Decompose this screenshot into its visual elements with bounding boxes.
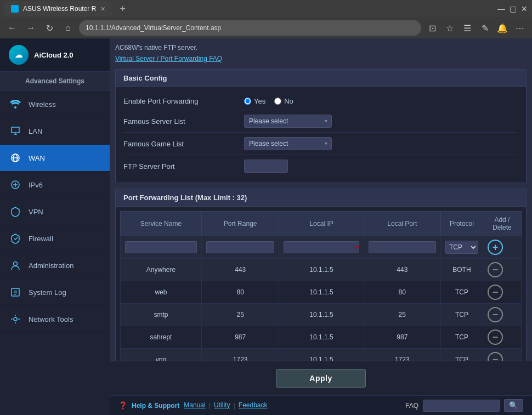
help-support-link[interactable]: Help & Support bbox=[132, 402, 179, 410]
aicloud-icon: ☁ bbox=[9, 45, 29, 65]
sidebar-item-system-log[interactable]: System Log bbox=[0, 279, 110, 306]
home-button[interactable]: ⌂ bbox=[60, 20, 76, 36]
sidebar-item-lan[interactable]: LAN bbox=[0, 118, 110, 145]
footer-search-button[interactable]: 🔍 bbox=[504, 399, 523, 412]
cast-button[interactable]: ⊡ bbox=[425, 20, 440, 36]
remove-row-button[interactable]: − bbox=[488, 329, 503, 345]
radio-no-text: No bbox=[284, 97, 293, 105]
footer: ❓ Help & Support Manual | Utility | Feed… bbox=[110, 395, 532, 415]
enable-port-forwarding-row: Enable Port Forwarding Yes No bbox=[123, 93, 518, 110]
apply-button[interactable]: Apply bbox=[276, 369, 365, 388]
sidebar-item-label-wan: WAN bbox=[29, 154, 45, 162]
row-action: − bbox=[483, 349, 521, 361]
menu-button[interactable]: ☰ bbox=[460, 20, 475, 36]
new-tab-button[interactable]: + bbox=[115, 3, 130, 15]
back-button[interactable]: ← bbox=[4, 20, 20, 36]
firewall-icon bbox=[9, 232, 22, 245]
content-wrapper: AC68W's native FTP server. Virtual Serve… bbox=[110, 38, 532, 415]
edit-button[interactable]: ✎ bbox=[477, 20, 493, 36]
famous-server-select-wrapper: Please select bbox=[244, 115, 332, 128]
famous-server-select[interactable]: Please select bbox=[244, 115, 332, 128]
row-service: web bbox=[121, 281, 202, 304]
faq-label: FAQ bbox=[405, 402, 418, 410]
refresh-button[interactable]: ↻ bbox=[42, 20, 57, 36]
row-local-ip: 10.1.1.5 bbox=[279, 349, 364, 361]
enable-port-forwarding-label: Enable Port Forwarding bbox=[123, 97, 244, 105]
row-port-range: 987 bbox=[201, 326, 279, 349]
row-local-port: 987 bbox=[364, 326, 440, 349]
browser-chrome: ASUS Wireless Router R ✕ + — ▢ ✕ ← → ↻ ⌂… bbox=[0, 0, 532, 38]
minimize-button[interactable]: — bbox=[497, 4, 505, 13]
ftp-server-port-label: FTP Server Port bbox=[123, 162, 244, 170]
basic-config-header: Basic Config bbox=[116, 70, 526, 87]
sidebar-item-wireless[interactable]: Wireless bbox=[0, 91, 110, 118]
radio-yes-input[interactable] bbox=[244, 98, 251, 105]
sidebar-item-label-firewall: Firewall bbox=[29, 235, 53, 243]
row-local-ip: 10.1.1.5 bbox=[279, 281, 364, 304]
footer-search-input[interactable] bbox=[423, 400, 500, 412]
famous-game-select[interactable]: Please select bbox=[244, 137, 332, 150]
tab-close-button[interactable]: ✕ bbox=[100, 5, 105, 13]
add-row-button[interactable]: + bbox=[488, 240, 503, 255]
sidebar-item-ipv6[interactable]: IPv6 bbox=[0, 172, 110, 198]
sidebar-item-network-tools[interactable]: Network Tools bbox=[0, 306, 110, 333]
address-bar[interactable]: 10.1.1.1/Advanced_VirtualServer_Content.… bbox=[79, 20, 421, 36]
bookmark-button[interactable]: ☆ bbox=[442, 20, 457, 36]
footer-links: Manual | Utility | Feedback bbox=[184, 401, 267, 410]
row-action: − bbox=[483, 281, 521, 304]
port-forwarding-table: Service Name Port Range Local IP Local P… bbox=[120, 211, 522, 361]
new-port-range-input[interactable] bbox=[206, 241, 275, 253]
port-forwarding-header: Port Forwarding List (Max Limit : 32) bbox=[116, 189, 526, 207]
manual-link[interactable]: Manual bbox=[184, 401, 205, 410]
new-protocol-select[interactable]: TCP UDP BOTH bbox=[445, 241, 478, 254]
ftp-server-port-control: 2021 bbox=[244, 160, 518, 173]
maximize-button[interactable]: ▢ bbox=[510, 4, 517, 13]
content-area: AC68W's native FTP server. Virtual Serve… bbox=[110, 38, 532, 361]
radio-no-label[interactable]: No bbox=[274, 97, 293, 105]
new-local-ip-input[interactable] bbox=[284, 241, 359, 253]
close-button[interactable]: ✕ bbox=[521, 4, 528, 13]
sidebar-item-wan[interactable]: WAN bbox=[0, 145, 110, 172]
browser-titlebar: ASUS Wireless Router R ✕ + — ▢ ✕ bbox=[0, 0, 532, 18]
new-local-port-input[interactable] bbox=[369, 241, 436, 253]
port-forwarding-body: Service Name Port Range Local IP Local P… bbox=[116, 207, 526, 361]
famous-game-control: Please select bbox=[244, 137, 518, 150]
intro-text: AC68W's native FTP server. bbox=[115, 44, 527, 52]
tab-title: ASUS Wireless Router R bbox=[23, 5, 96, 13]
col-local-port: Local Port bbox=[364, 212, 440, 236]
remove-row-button[interactable]: − bbox=[488, 262, 503, 277]
browser-navbar: ← → ↻ ⌂ 10.1.1.1/Advanced_VirtualServer_… bbox=[0, 18, 532, 38]
row-service: vpn bbox=[121, 349, 202, 361]
row-protocol: TCP bbox=[440, 326, 483, 349]
add-row-port-range bbox=[201, 236, 279, 259]
row-port-range: 443 bbox=[201, 259, 279, 281]
ftp-server-port-input[interactable]: 2021 bbox=[244, 160, 288, 173]
radio-yes-label[interactable]: Yes bbox=[244, 97, 265, 105]
utility-link[interactable]: Utility bbox=[214, 401, 230, 410]
radio-no-input[interactable] bbox=[274, 98, 281, 105]
browser-tab[interactable]: ASUS Wireless Router R ✕ bbox=[4, 1, 112, 16]
remove-row-button[interactable]: − bbox=[488, 307, 503, 322]
sidebar-item-administration[interactable]: Administration bbox=[0, 252, 110, 279]
forward-button[interactable]: → bbox=[23, 20, 38, 36]
col-port-range: Port Range bbox=[201, 212, 279, 236]
system-log-icon bbox=[9, 286, 22, 299]
famous-server-row: Famous Server List Please select bbox=[123, 110, 518, 133]
help-support-icon: ❓ bbox=[118, 401, 127, 410]
sidebar-item-firewall[interactable]: Firewall bbox=[0, 225, 110, 252]
sidebar-item-vpn[interactable]: VPN bbox=[0, 198, 110, 225]
feedback-link[interactable]: Feedback bbox=[239, 401, 268, 410]
svg-point-5 bbox=[14, 317, 17, 321]
row-local-port: 80 bbox=[364, 281, 440, 304]
logo-text: AiCloud 2.0 bbox=[34, 51, 73, 59]
more-button[interactable]: ⋯ bbox=[512, 20, 528, 36]
faq-link[interactable]: Virtual Server / Port Forwarding FAQ bbox=[115, 55, 527, 62]
svg-rect-4 bbox=[12, 288, 19, 296]
remove-row-button[interactable]: − bbox=[488, 285, 503, 300]
profile-button[interactable]: 🔔 bbox=[495, 20, 510, 36]
sep2: | bbox=[233, 401, 235, 410]
apply-bar: Apply bbox=[110, 361, 532, 395]
new-service-input[interactable] bbox=[125, 241, 197, 253]
row-service: sahrept bbox=[121, 326, 202, 349]
remove-row-button[interactable]: − bbox=[488, 352, 503, 361]
